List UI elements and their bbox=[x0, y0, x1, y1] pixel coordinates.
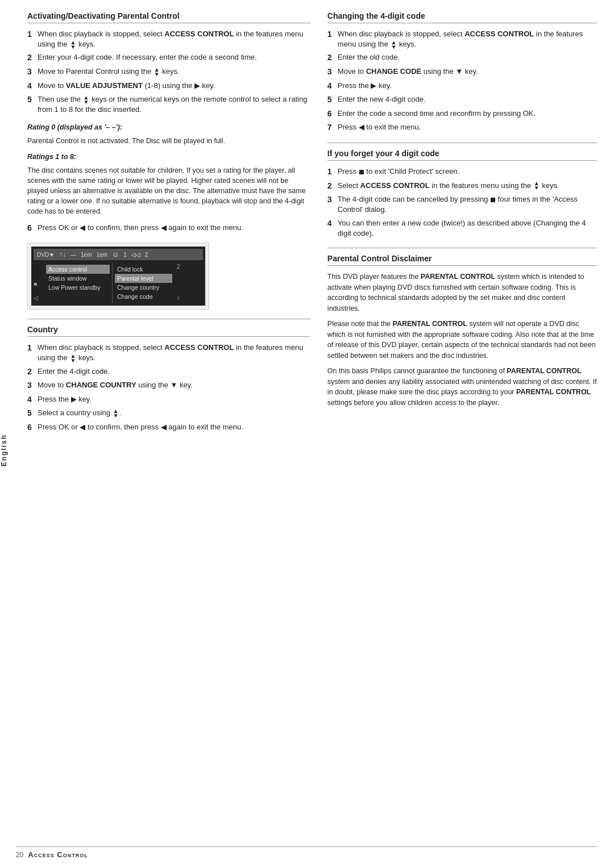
dvd-menu-change-code: Change code bbox=[115, 292, 172, 301]
section-title-disclaimer: Parental Control Disclaimer bbox=[327, 254, 597, 266]
step-1: 1 When disc playback is stopped, select … bbox=[27, 29, 310, 49]
forget-step-1: 1 Press to exit 'Child Protect' screen. bbox=[327, 166, 597, 178]
dvd-top-bar: DVD▼ ↑↓ — 1em 1em ☺ 1 ◁◁ 2 bbox=[34, 249, 203, 260]
country-step-3: 3 Move to CHANGE COUNTRY using the ▼ key… bbox=[27, 380, 310, 391]
note-ratings-1-8-title: Ratings 1 to 8: bbox=[27, 152, 310, 162]
dvd-menu-low-power: Low Power standby bbox=[46, 283, 110, 292]
note-rating-0: Rating 0 (displayed as '– –'): Parental … bbox=[27, 122, 310, 146]
activating-step6-list: 6 Press OK or ◀ to confirm, then press ◀… bbox=[27, 223, 310, 234]
section-title-country: Country bbox=[27, 325, 310, 337]
country-step-2: 2 Enter the 4-digit code. bbox=[27, 366, 310, 378]
country-step-5: 5 Select a country using ▲▼. bbox=[27, 408, 310, 419]
step-2: 2 Enter your 4-digit code. If necessary,… bbox=[27, 52, 310, 64]
country-step-1: 1 When disc playback is stopped, select … bbox=[27, 343, 310, 363]
country-step-4: 4 Press the ▶ key. bbox=[27, 394, 310, 406]
change-step-1: 1 When disc playback is stopped, select … bbox=[327, 29, 597, 49]
forget-step-4: 4 You can then enter a new code (twice!)… bbox=[327, 218, 597, 239]
country-step-6: 6 Press OK or ◀ to confirm, then press ◀… bbox=[27, 422, 310, 433]
section-title-changing-code: Changing the 4-digit code bbox=[327, 11, 597, 23]
step-3: 3 Move to Parental Control using the ▲▼ … bbox=[27, 66, 310, 78]
change-step-7: 7 Press ◀ to exit the menu. bbox=[327, 122, 597, 133]
dvd-menu-parental-level: Parental level bbox=[115, 274, 172, 283]
note-ratings-1-8: Ratings 1 to 8: The disc contains scenes… bbox=[27, 152, 310, 217]
sidebar-language-label: English bbox=[0, 434, 16, 466]
change-step-5: 5 Enter the new 4-digit code. bbox=[327, 94, 597, 106]
dvd-menu-change-country: Change country bbox=[115, 283, 172, 292]
forget-step-2: 2 Select ACCESS CONTROL in the features … bbox=[327, 181, 597, 192]
left-column: Activating/Deactivating Parental Control… bbox=[27, 11, 310, 440]
note-ratings-1-8-text: The disc contains scenes not suitable fo… bbox=[27, 165, 310, 217]
footer-page-number: 20 bbox=[16, 851, 23, 859]
step-4: 4 Move to VALUE ADJUSTMENT (1-8) using t… bbox=[27, 81, 310, 92]
dvd-col1: Access control Status window Low Power s… bbox=[44, 262, 112, 303]
footer-bar: 20 Access Control bbox=[16, 846, 597, 859]
section-separator-country bbox=[27, 319, 310, 319]
country-steps: 1 When disc playback is stopped, select … bbox=[27, 343, 310, 433]
dvd-menu-status-window: Status window bbox=[46, 274, 110, 283]
section-title-activating: Activating/Deactivating Parental Control bbox=[27, 11, 310, 23]
dvd-menu-access-control: Access control bbox=[46, 265, 110, 274]
disclaimer-para-3: On this basis Philips cannot guarantee t… bbox=[327, 366, 597, 408]
section-title-forget-code: If you forget your 4 digit code bbox=[327, 149, 597, 161]
note-rating-0-title: Rating 0 (displayed as '– –'): bbox=[27, 122, 310, 132]
right-column: Changing the 4-digit code 1 When disc pl… bbox=[327, 11, 597, 440]
disclaimer-para-2: Please note that the PARENTAL CONTROL sy… bbox=[327, 319, 597, 361]
dvd-menu-screenshot: DVD▼ ↑↓ — 1em 1em ☺ 1 ◁◁ 2 ■ ◁ bbox=[27, 243, 209, 310]
change-step-6: 6 Enter the code a second time and recon… bbox=[327, 108, 597, 120]
sidebar-label-bar: English bbox=[0, 34, 16, 834]
disclaimer-para-1: This DVD player features the PARENTAL CO… bbox=[327, 272, 597, 314]
change-step-3: 3 Move to CHANGE CODE using the ▼ key. bbox=[327, 66, 597, 78]
changing-code-steps: 1 When disc playback is stopped, select … bbox=[327, 29, 597, 133]
note-rating-0-text: Parental Control is not activated. The D… bbox=[27, 136, 310, 146]
change-step-4: 4 Press the ▶ key. bbox=[327, 81, 597, 92]
section-separator-forget bbox=[327, 143, 597, 143]
activating-steps: 1 When disc playback is stopped, select … bbox=[27, 29, 310, 115]
footer-title: Access Control bbox=[28, 850, 88, 859]
dvd-col2: Child lock Parental level Change country… bbox=[112, 262, 175, 303]
section-separator-disclaimer bbox=[327, 248, 597, 248]
step-5: 5 Then use the ▲▼ keys or the numerical … bbox=[27, 94, 310, 115]
forget-code-steps: 1 Press to exit 'Child Protect' screen. … bbox=[327, 166, 597, 239]
dvd-icon: DVD▼ bbox=[37, 252, 55, 258]
dvd-menu-child-lock: Child lock bbox=[115, 265, 172, 274]
forget-step-3: 3 The 4-digit code can be cancelled by p… bbox=[327, 194, 597, 215]
change-step-2: 2 Enter the old code. bbox=[327, 52, 597, 64]
dvd-menu-body: ■ ◁ Access control Status window Low Pow… bbox=[34, 262, 203, 303]
step-6-activating: 6 Press OK or ◀ to confirm, then press ◀… bbox=[27, 223, 310, 234]
